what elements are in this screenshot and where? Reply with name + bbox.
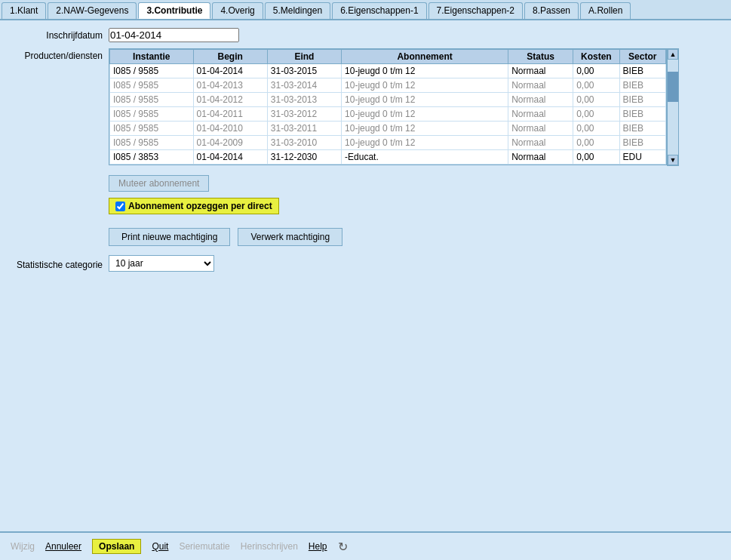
table-cell: 31-12-2030	[267, 150, 341, 165]
inschrijfdatum-input[interactable]	[109, 28, 239, 42]
table-cell: Normaal	[508, 64, 573, 78]
table-cell: 10-jeugd 0 t/m 12	[342, 107, 508, 122]
table-cell: 10-jeugd 0 t/m 12	[342, 136, 508, 150]
table-cell: 10-jeugd 0 t/m 12	[342, 78, 508, 93]
table-cell: 0,00	[573, 64, 619, 78]
table-section: Instantie Begin Eind Abonnement Status K…	[109, 48, 679, 214]
table-row[interactable]: I085 / 958501-04-201031-03-201110-jeugd …	[110, 122, 666, 136]
table-cell: Normaal	[508, 78, 573, 93]
abonnement-opzeggen-label[interactable]: Abonnement opzeggen per direct	[109, 198, 279, 214]
table-cell: 31-03-2012	[267, 107, 341, 122]
table-wrapper: Instantie Begin Eind Abonnement Status K…	[109, 48, 667, 165]
tab-naw[interactable]: 2.NAW-Gegevens	[48, 2, 137, 19]
table-row[interactable]: I085 / 385301-04-201431-12-2030-Educat.N…	[110, 150, 666, 165]
table-cell: Normaal	[508, 122, 573, 136]
wijzig-link[interactable]: Wijzig	[11, 541, 35, 552]
table-scrollbar[interactable]: ▲ ▼	[667, 48, 679, 166]
abonnement-opzeggen-checkbox[interactable]	[115, 202, 125, 211]
verwerk-machtiging-button[interactable]: Verwerk machtiging	[238, 228, 342, 246]
table-cell: 0,00	[573, 150, 619, 165]
table-cell: I085 / 9585	[110, 78, 194, 93]
table-cell: 01-04-2009	[193, 136, 267, 150]
bottom-bar: Wijzig Annuleer Opslaan Quit Seriemutati…	[0, 531, 731, 560]
tab-meldingen[interactable]: 5.Meldingen	[265, 2, 330, 19]
col-header-status: Status	[508, 50, 573, 64]
scrollbar-thumb[interactable]	[668, 72, 678, 102]
table-cell: Normaal	[508, 107, 573, 122]
stat-cat-select[interactable]: 10 jaar11 jaar12 jaar	[109, 255, 214, 272]
producten-row: Producten/diensten Instantie Begin Eind …	[11, 48, 720, 214]
table-cell: I085 / 9585	[110, 107, 194, 122]
stat-cat-row: Statistische categorie 10 jaar11 jaar12 …	[11, 255, 720, 272]
refresh-icon[interactable]: ↻	[338, 540, 348, 554]
tab-klant[interactable]: 1.Klant	[2, 2, 46, 19]
action-buttons: Print nieuwe machtiging Verwerk machtigi…	[109, 228, 720, 246]
col-header-abonnement: Abonnement	[342, 50, 508, 64]
seriemutatie-link[interactable]: Seriemutatie	[179, 541, 229, 552]
inschrijfdatum-label: Inschrijfdatum	[11, 28, 109, 41]
table-cell: 31-03-2010	[267, 136, 341, 150]
table-cell: Normaal	[508, 150, 573, 165]
tab-passen[interactable]: 8.Passen	[524, 2, 579, 19]
scrollbar-up-arrow[interactable]: ▲	[668, 49, 678, 60]
muteer-abonnement-button[interactable]: Muteer abonnement	[109, 175, 209, 192]
col-header-instantie: Instantie	[110, 50, 194, 64]
table-header-row: Instantie Begin Eind Abonnement Status K…	[110, 50, 666, 64]
table-row[interactable]: I085 / 958501-04-201131-03-201210-jeugd …	[110, 107, 666, 122]
table-cell: 0,00	[573, 122, 619, 136]
table-cell: 10-jeugd 0 t/m 12	[342, 93, 508, 107]
table-cell: 0,00	[573, 78, 619, 93]
tab-rollen[interactable]: A.Rollen	[580, 2, 631, 19]
tab-eigenschappen2[interactable]: 7.Eigenschappen-2	[428, 2, 523, 19]
table-cell: 0,00	[573, 93, 619, 107]
abonnement-opzeggen-text: Abonnement opzeggen per direct	[128, 201, 272, 211]
table-row[interactable]: I085 / 958501-04-201431-03-201510-jeugd …	[110, 64, 666, 78]
inschrijfdatum-field	[109, 28, 239, 42]
annuleer-link[interactable]: Annuleer	[45, 541, 81, 552]
table-cell: BIEB	[619, 78, 665, 93]
muteer-section: Muteer abonnement	[109, 171, 679, 192]
table-cell: Normaal	[508, 93, 573, 107]
table-cell: 0,00	[573, 107, 619, 122]
table-cell: 31-03-2011	[267, 122, 341, 136]
table-cell: BIEB	[619, 107, 665, 122]
table-cell: BIEB	[619, 136, 665, 150]
inschrijfdatum-row: Inschrijfdatum	[11, 28, 720, 42]
table-row[interactable]: I085 / 958501-04-201231-03-201310-jeugd …	[110, 93, 666, 107]
col-header-eind: Eind	[267, 50, 341, 64]
stat-cat-label: Statistische categorie	[11, 257, 109, 270]
help-link[interactable]: Help	[309, 541, 327, 552]
print-machtiging-button[interactable]: Print nieuwe machtiging	[109, 228, 230, 246]
table-row[interactable]: I085 / 958501-04-200931-03-201010-jeugd …	[110, 136, 666, 150]
table-cell: 31-03-2015	[267, 64, 341, 78]
table-cell: I085 / 3853	[110, 150, 194, 165]
col-header-begin: Begin	[193, 50, 267, 64]
table-cell: 31-03-2013	[267, 93, 341, 107]
tab-overig[interactable]: 4.Overig	[212, 2, 263, 19]
quit-link[interactable]: Quit	[152, 541, 168, 552]
herinschrijven-link[interactable]: Herinschrijven	[241, 541, 298, 552]
table-cell: I085 / 9585	[110, 93, 194, 107]
products-table: Instantie Begin Eind Abonnement Status K…	[109, 49, 666, 165]
table-cell: I085 / 9585	[110, 64, 194, 78]
table-cell: 01-04-2013	[193, 78, 267, 93]
table-cell: 01-04-2014	[193, 150, 267, 165]
table-cell: 10-jeugd 0 t/m 12	[342, 122, 508, 136]
tab-eigenschappen1[interactable]: 6.Eigenschappen-1	[332, 2, 426, 19]
table-cell: -Educat.	[342, 150, 508, 165]
tab-bar: 1.Klant2.NAW-Gegevens3.Contributie4.Over…	[0, 0, 731, 20]
scrollbar-down-arrow[interactable]: ▼	[668, 155, 678, 165]
table-cell: 10-jeugd 0 t/m 12	[342, 64, 508, 78]
checkbox-row: Abonnement opzeggen per direct	[109, 198, 679, 214]
table-cell: 01-04-2014	[193, 64, 267, 78]
table-cell: Normaal	[508, 136, 573, 150]
tab-contributie[interactable]: 3.Contributie	[138, 2, 210, 19]
table-cell: I085 / 9585	[110, 136, 194, 150]
table-container: Instantie Begin Eind Abonnement Status K…	[109, 48, 679, 166]
opslaan-button[interactable]: Opslaan	[92, 539, 141, 554]
table-cell: BIEB	[619, 122, 665, 136]
table-cell: 01-04-2010	[193, 122, 267, 136]
producten-label: Producten/diensten	[11, 48, 109, 61]
table-cell: BIEB	[619, 93, 665, 107]
table-row[interactable]: I085 / 958501-04-201331-03-201410-jeugd …	[110, 78, 666, 93]
